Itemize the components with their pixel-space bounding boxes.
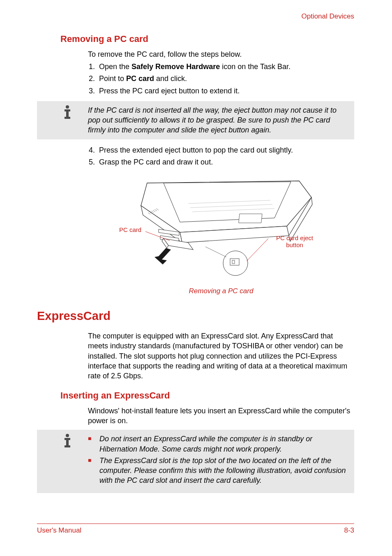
laptop-illustration: PC card PC card eject button: [122, 175, 320, 282]
list-item: Grasp the PC card and draw it out.: [97, 157, 354, 167]
figure-caption: Removing a PC card: [88, 287, 354, 295]
removing-intro: To remove the PC card, follow the steps …: [88, 49, 354, 59]
removing-heading: Removing a PC card: [60, 34, 354, 44]
list-item: Point to PC card and click.: [97, 74, 354, 84]
svg-line-16: [205, 247, 226, 257]
footer-left: User's Manual: [37, 526, 81, 535]
express-heading: ExpressCard: [37, 309, 354, 323]
removing-steps-1: Open the Safely Remove Hardware icon on …: [88, 62, 354, 96]
svg-line-18: [247, 239, 268, 261]
figure: PC card PC card eject button Removing a …: [88, 175, 354, 295]
svg-rect-2: [66, 109, 69, 118]
svg-rect-3: [65, 117, 70, 119]
figure-label-pc-card: PC card: [119, 226, 141, 233]
list-item: Press the extended eject button to pop t…: [97, 145, 354, 155]
express-body: The computer is equipped with an Express…: [88, 331, 354, 381]
svg-point-0: [66, 105, 69, 109]
note-box-2: Do not insert an ExpressCard while the c…: [37, 430, 354, 493]
removing-steps-2: Press the extended eject button to pop t…: [88, 145, 354, 167]
footer-right: 8-3: [344, 526, 354, 535]
svg-rect-22: [65, 445, 70, 447]
inserting-heading: Inserting an ExpressCard: [60, 390, 354, 401]
figure-label-eject: PC card eject button: [270, 234, 320, 248]
list-item: Open the Safely Remove Hardware icon on …: [97, 62, 354, 72]
svg-rect-21: [66, 438, 69, 446]
note-bullet-list: Do not insert an ExpressCard while the c…: [88, 434, 349, 485]
header-section: Optional Devices: [301, 12, 354, 21]
inserting-body: Windows' hot-install feature lets you in…: [88, 406, 354, 426]
list-item: The ExpressCard slot is the top slot of …: [88, 456, 349, 486]
svg-point-19: [66, 434, 69, 437]
page-footer: User's Manual 8-3: [37, 524, 354, 535]
svg-rect-4: [239, 214, 262, 223]
info-icon: [60, 104, 75, 119]
list-item: Press the PC card eject button to extend…: [97, 86, 354, 96]
list-item: Do not insert an ExpressCard while the c…: [88, 434, 349, 454]
page-content: Removing a PC card To remove the PC card…: [37, 34, 354, 499]
info-icon: [60, 433, 75, 448]
note-box-1: If the PC card is not inserted all the w…: [37, 101, 354, 139]
note-text: If the PC card is not inserted all the w…: [88, 106, 337, 134]
svg-rect-15: [232, 260, 235, 264]
